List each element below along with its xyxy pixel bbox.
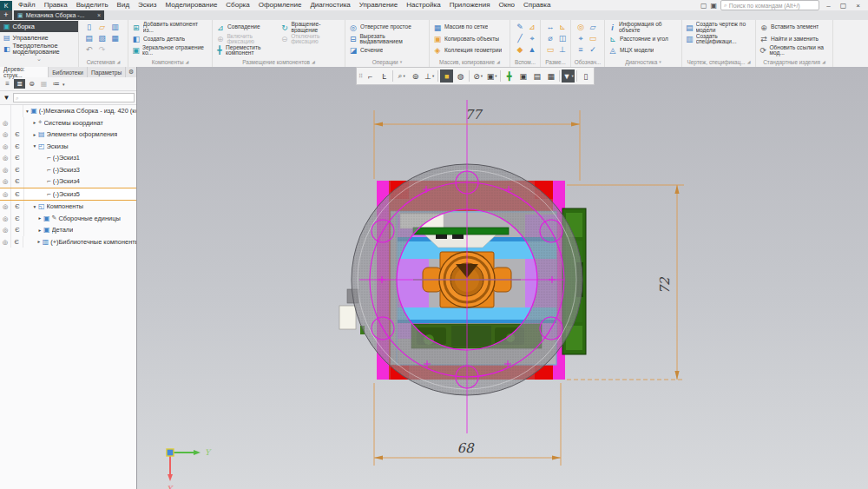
- dimension-icon[interactable]: ⊥: [556, 44, 569, 56]
- dimension-icon[interactable]: ◫: [556, 33, 569, 44]
- dropdown-icon[interactable]: ▾: [400, 59, 403, 64]
- tree-row-sketch5-selected[interactable]: ◎ Є ⌐ (-)Эскиз5: [0, 188, 136, 202]
- layers-button[interactable]: ▦: [544, 69, 557, 83]
- notation-icon[interactable]: ✓: [587, 44, 599, 56]
- chevron-down-icon[interactable]: ▾: [62, 82, 65, 87]
- save-as-icon[interactable]: ▦: [108, 33, 122, 44]
- filter-button[interactable]: ▼▾: [562, 69, 575, 83]
- expander-icon[interactable]: ▾: [31, 143, 38, 149]
- expander-icon[interactable]: ▸: [36, 215, 43, 221]
- tree-row-sketch1[interactable]: ◎ Є ⌐ (-)Эскиз1: [0, 152, 136, 164]
- expander-icon[interactable]: ▸: [36, 228, 43, 233]
- expander-icon[interactable]: ▸: [36, 239, 43, 244]
- model-viewport[interactable]: ⠿ ⌐ Ŀ ⌕▾ ⊚ ⊥▾ ■ ◍ ⊘▾ ▣▾ ╋ ▣ ▤ ▦ ▼▾ ▯: [137, 67, 868, 489]
- menu-management[interactable]: Управление: [355, 0, 402, 10]
- app-icon[interactable]: K: [0, 1, 12, 10]
- exclude-icon[interactable]: Є: [11, 141, 24, 153]
- eye-icon[interactable]: ◎: [0, 152, 11, 164]
- menu-view[interactable]: Вид: [113, 0, 134, 10]
- mirror-component-button[interactable]: ▣Зеркальное отражение ко...: [132, 45, 208, 56]
- tree-composition-icon[interactable]: ≣: [14, 79, 25, 89]
- move-component-button[interactable]: ╋Переместить компонент: [216, 45, 279, 56]
- minimize-button[interactable]: –: [823, 2, 834, 10]
- eye-icon[interactable]: ◎: [0, 129, 11, 141]
- zoom-button[interactable]: ⌕▾: [395, 69, 408, 83]
- wireframe-view-button[interactable]: ◍: [454, 69, 467, 83]
- tree-relations-icon[interactable]: ≔: [50, 79, 62, 89]
- screen-icon[interactable]: ▣: [710, 2, 717, 10]
- eye-icon[interactable]: ◎: [0, 188, 11, 201]
- shaded-view-button[interactable]: ■: [440, 69, 453, 83]
- eye-icon[interactable]: ◎: [0, 117, 11, 129]
- expander-icon[interactable]: ▸: [31, 132, 38, 137]
- exclude-icon[interactable]: Є: [11, 188, 24, 201]
- expander-icon[interactable]: ▾: [23, 109, 30, 114]
- tab-libraries[interactable]: Библиотеки: [49, 67, 88, 77]
- aux-icon[interactable]: ╱: [514, 33, 526, 44]
- menu-diagnostics[interactable]: Диагностика: [306, 0, 354, 10]
- ribbon-collapse-chevron[interactable]: ⌄: [0, 56, 78, 63]
- exclude-icon[interactable]: Є: [11, 224, 24, 236]
- tree-row-decor-elements[interactable]: ◎ Є ▸ ▤ Элементы оформления: [0, 129, 136, 141]
- grip-handle[interactable]: ⠿: [358, 73, 363, 80]
- edit-sketch-icon[interactable]: Ŀ: [378, 69, 391, 83]
- command-search-input[interactable]: ⌕ Поиск по командам (Alt+/): [720, 0, 819, 10]
- gear-icon[interactable]: ⚙: [126, 67, 136, 77]
- exclude-icon[interactable]: Є: [11, 236, 23, 248]
- notation-icon[interactable]: ◎: [575, 22, 587, 33]
- menu-settings[interactable]: Настройка: [402, 0, 444, 10]
- dimension-icon[interactable]: ↔: [544, 22, 556, 33]
- object-info-button[interactable]: iИнформация об объекте: [608, 22, 678, 33]
- aux-icon[interactable]: ⌖: [526, 33, 538, 44]
- sketch-icon[interactable]: ⌐: [364, 69, 377, 83]
- aux-icon[interactable]: ◆: [514, 44, 526, 56]
- new-document-icon[interactable]: ▯: [82, 22, 95, 33]
- expander-icon[interactable]: ▾: [31, 204, 38, 209]
- dropdown-icon[interactable]: ▾: [659, 59, 661, 64]
- tab-parameters[interactable]: Параметры: [88, 67, 126, 77]
- tree-structure-icon[interactable]: ≡: [2, 79, 13, 89]
- menu-file[interactable]: Файл: [14, 0, 40, 10]
- coincidence-button[interactable]: ⊿Совпадение: [216, 22, 279, 33]
- exclude-icon[interactable]: Є: [11, 175, 24, 188]
- tree-row-components[interactable]: ◎ Є ▾ ◱ Компоненты: [0, 201, 136, 213]
- aux-icon[interactable]: ✎: [514, 22, 526, 33]
- document-tab[interactable]: ▣ Механика Сборка -... ×: [14, 10, 104, 20]
- scene-image-button[interactable]: ▣▾: [485, 69, 498, 83]
- tree-row-library-components[interactable]: ◎ Є ▸ ▥ (+)Библиотечные компоненты: [0, 236, 136, 248]
- tree-row-coord-systems[interactable]: ◎ ▸ ⌖ Системы координат: [0, 117, 136, 129]
- add-component-button[interactable]: ⊞Добавить компонент из...: [132, 22, 208, 33]
- create-drawing-button[interactable]: ▤Создать чертеж по модели: [686, 22, 752, 33]
- tree-row-root[interactable]: ▾ ▣ (-)Механика Сборка - изд. 420 (ко: [0, 105, 136, 117]
- menu-window[interactable]: Окно: [494, 0, 519, 10]
- simple-hole-button[interactable]: ◎Отверстие простое: [349, 22, 425, 33]
- mass-properties-button[interactable]: ◬МЦХ модели: [608, 45, 678, 56]
- dialog-launcher-icon[interactable]: ◢: [496, 59, 500, 64]
- tree-row-sketches[interactable]: ◎ Є ▾ ◰ Эскизы: [0, 141, 136, 153]
- tree-row-parts[interactable]: ◎ Є ▸ ▣ Детали: [0, 224, 136, 236]
- eye-icon[interactable]: ◎: [0, 164, 11, 176]
- menu-select[interactable]: Выделить: [72, 0, 113, 10]
- eye-icon[interactable]: ◎: [0, 201, 11, 213]
- dialog-launcher-icon[interactable]: ◢: [747, 59, 751, 64]
- dimension-icon[interactable]: ▭: [544, 44, 556, 56]
- print-icon[interactable]: ▤: [82, 33, 95, 44]
- update-links-button[interactable]: ⟳Обновить ссылки на мод...: [760, 45, 829, 56]
- mode-assembly[interactable]: ▣ Сборка: [0, 21, 78, 32]
- menu-applications[interactable]: Приложения: [445, 0, 495, 10]
- tree-row-sketch4[interactable]: ◎ Є ⌐ (-)Эскиз4: [0, 175, 136, 188]
- create-spec-button[interactable]: ▥Создать спецификаци...: [686, 33, 752, 44]
- undo-icon[interactable]: ↶: [82, 44, 95, 56]
- exclude-icon[interactable]: Є: [11, 129, 24, 141]
- eye-icon[interactable]: ◎: [0, 236, 11, 248]
- create-part-button[interactable]: ◧Создать деталь: [132, 33, 208, 44]
- dialog-launcher-icon[interactable]: ◢: [116, 59, 120, 64]
- save-icon[interactable]: ▥: [108, 22, 122, 33]
- menu-layout[interactable]: Оформление: [254, 0, 306, 10]
- sheets-button[interactable]: ▤: [530, 69, 543, 83]
- filter-icon[interactable]: ▼: [2, 94, 11, 102]
- cut-extrude-button[interactable]: ⊟Вырезать выдавливанием: [349, 33, 425, 44]
- menu-modeling[interactable]: Моделирование: [161, 0, 221, 10]
- distance-angle-button[interactable]: ⊾Расстояние и угол: [608, 33, 678, 44]
- hide-objects-button[interactable]: ⊘▾: [471, 69, 484, 83]
